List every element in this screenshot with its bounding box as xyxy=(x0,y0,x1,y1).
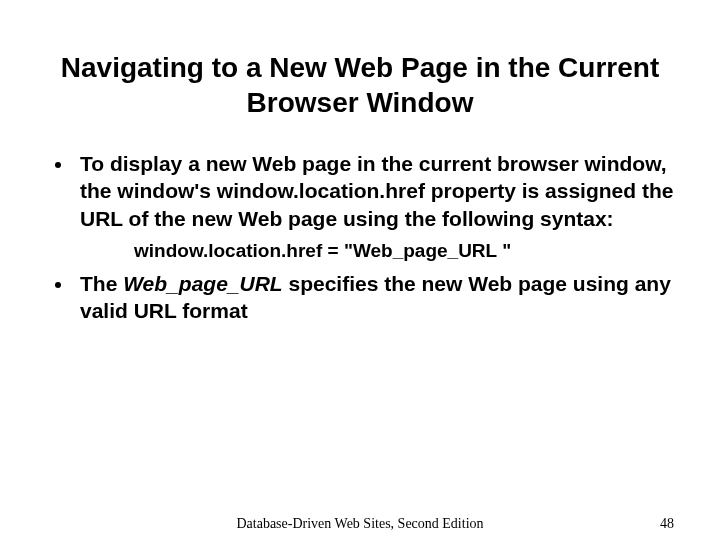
bullet-2-pre: The xyxy=(80,272,123,295)
bullet-item-2: The Web_page_URL specifies the new Web p… xyxy=(74,270,674,325)
code-sample: window.location.href = "Web_page_URL " xyxy=(134,238,674,264)
footer-page-number: 48 xyxy=(660,516,674,532)
slide-title: Navigating to a New Web Page in the Curr… xyxy=(46,50,674,120)
bullet-list: To display a new Web page in the current… xyxy=(46,150,674,232)
slide: Navigating to a New Web Page in the Curr… xyxy=(0,0,720,540)
footer-source: Database-Driven Web Sites, Second Editio… xyxy=(0,516,720,532)
bullet-2-em: Web_page_URL xyxy=(123,272,282,295)
bullet-1-text: To display a new Web page in the current… xyxy=(80,152,673,230)
bullet-item-1: To display a new Web page in the current… xyxy=(74,150,674,232)
bullet-list-2: The Web_page_URL specifies the new Web p… xyxy=(46,270,674,325)
